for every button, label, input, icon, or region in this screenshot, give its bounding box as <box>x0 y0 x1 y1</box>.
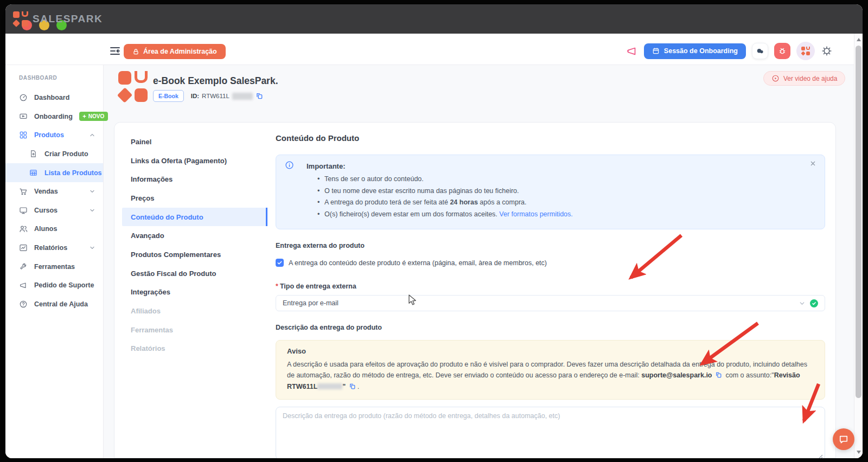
alert-bullet-list: Tens de ser o autor do conteúdo. O teu n… <box>317 175 803 219</box>
description-label: Descrição da entrega do produto <box>276 324 825 331</box>
chevron-down-icon <box>799 300 806 307</box>
formats-link[interactable]: Ver formatos permitidos. <box>499 210 572 218</box>
warning-title: Aviso <box>287 347 814 355</box>
salespark-logo-icon <box>13 11 28 27</box>
alert-bullet: A entrega do produto terá de ser feita a… <box>317 198 803 207</box>
content-card: Painel Links da Oferta (Pagamento) Infor… <box>114 122 836 458</box>
alert-title: Importante: <box>307 162 803 170</box>
user-avatar[interactable] <box>796 42 815 60</box>
product-nav-conteudo-do-produto[interactable]: Conteúdo do Produto <box>122 208 267 227</box>
redacted-id-segment <box>232 93 253 100</box>
scroll-up-arrow[interactable] <box>857 38 861 41</box>
grid-icon <box>19 131 28 139</box>
chevron-down-icon <box>89 245 95 251</box>
announcements-icon[interactable] <box>626 45 638 57</box>
alert-bullet: Tens de ser o autor do conteúdo. <box>317 175 803 183</box>
bug-icon <box>778 47 787 55</box>
scrollbar-thumb[interactable] <box>856 46 861 398</box>
product-nav-painel[interactable]: Painel <box>122 132 267 151</box>
settings-gear-icon[interactable] <box>821 45 833 57</box>
sidebar-item-onboarding[interactable]: Onboarding NOVO <box>5 107 103 126</box>
product-title: e-Book Exemplo SalesPark. <box>153 75 278 87</box>
sidebar-item-vendas[interactable]: Vendas <box>5 182 103 201</box>
close-icon[interactable] <box>809 159 817 167</box>
scroll-down-arrow[interactable] <box>857 451 861 454</box>
warning-text: A descrição é usada para efeitos de apro… <box>287 359 814 392</box>
product-nav-gestao-fiscal[interactable]: Gestão Fiscal do Produto <box>122 264 267 283</box>
sidebar-item-cursos[interactable]: Cursos <box>5 201 103 220</box>
support-email: suporte@salespark.io <box>641 371 712 379</box>
sparkle-icon <box>82 114 87 119</box>
required-asterisk: * <box>276 283 278 290</box>
product-nav-relatorios: Relatórios <box>122 339 267 358</box>
students-icon <box>19 224 28 233</box>
sidebar-item-central-de-ajuda[interactable]: Central de Ajuda <box>5 295 103 314</box>
sidebar-item-alunos[interactable]: Alunos <box>5 220 103 239</box>
monitor-icon <box>19 206 28 215</box>
lock-icon <box>132 48 139 55</box>
product-nav-afiliados: Afiliados <box>122 301 267 320</box>
table-icon <box>29 169 38 177</box>
sidebar-item-ferramentas[interactable]: Ferramentas <box>5 257 103 276</box>
copy-icon[interactable] <box>349 383 356 390</box>
app-window: SALESPARK Área de Administração Sessão <box>5 4 863 458</box>
megaphone-icon <box>19 281 28 290</box>
sidebar-item-criar-produto[interactable]: Criar Produto <box>5 145 103 164</box>
scrollbar[interactable] <box>854 34 863 458</box>
redacted-subject-segment <box>317 383 342 389</box>
delivery-type-label: *Tipo de entrega externa <box>276 283 825 290</box>
chevron-down-icon <box>89 207 95 214</box>
external-delivery-checkbox-row[interactable]: A entrega do conteúdo deste produto é ex… <box>276 259 825 267</box>
product-nav-ferramentas: Ferramentas <box>122 320 267 339</box>
onboarding-session-button[interactable]: Sessão de Onboarding <box>644 43 746 59</box>
copy-icon[interactable] <box>715 371 723 379</box>
window-titlebar <box>5 4 863 34</box>
chat-widget-button[interactable] <box>833 428 854 450</box>
sidebar-section-label: DASHBOARD <box>5 75 103 88</box>
calendar-icon <box>652 47 660 55</box>
product-nav-avancado[interactable]: Avançado <box>122 226 267 245</box>
product-nav-integracoes[interactable]: Integrações <box>122 283 267 302</box>
sidebar-item-pedido-de-suporte[interactable]: Pedido de Suporte <box>5 276 103 295</box>
checkbox-checked[interactable] <box>276 259 284 267</box>
sidebar-item-relatorios[interactable]: Relatórios <box>5 239 103 258</box>
sidebar-item-dashboard[interactable]: Dashboard <box>5 88 103 107</box>
play-circle-icon <box>771 74 780 82</box>
presentation-icon <box>19 112 28 121</box>
help-video-button[interactable]: Ver video de ajuda <box>763 71 845 86</box>
product-nav: Painel Links da Oferta (Pagamento) Infor… <box>122 132 267 358</box>
sidebar-item-lista-de-produtos[interactable]: Lista de Produtos <box>5 163 103 182</box>
chevron-up-icon <box>89 132 95 138</box>
product-content-form: Conteúdo do Produto Importante: Tens de … <box>276 133 825 458</box>
delivery-type-select[interactable]: Entrega por e-mail <box>276 295 825 311</box>
sidebar: DASHBOARD Dashboard Onboarding NOVO Prod… <box>5 65 104 458</box>
select-value: Entrega por e-mail <box>283 299 339 307</box>
product-logo-image <box>118 71 148 102</box>
admin-area-button[interactable]: Área de Administração <box>124 44 226 59</box>
wrench-icon <box>19 262 28 271</box>
external-delivery-label: Entrega externa do produto <box>276 242 825 249</box>
chevron-down-icon <box>89 188 95 195</box>
report-bug-button[interactable] <box>774 43 790 59</box>
file-plus-icon <box>29 150 38 158</box>
sidebar-collapse-icon[interactable] <box>108 44 122 57</box>
clouds-icon <box>755 46 765 56</box>
avatar-logo-icon <box>801 47 810 56</box>
product-nav-precos[interactable]: Preços <box>122 189 267 208</box>
chat-bubble-icon <box>838 434 849 445</box>
valid-check-icon <box>810 299 818 307</box>
sidebar-item-produtos[interactable]: Produtos <box>5 126 103 145</box>
salespark-logo: SALESPARK <box>13 11 103 27</box>
copy-icon[interactable] <box>256 92 263 100</box>
product-nav-produtos-complementares[interactable]: Produtos Complementares <box>122 245 267 264</box>
theme-toggle-button[interactable] <box>752 43 768 59</box>
delivery-description-textarea[interactable] <box>276 407 825 458</box>
cart-icon <box>19 187 28 196</box>
product-nav-informacoes[interactable]: Informações <box>122 170 267 189</box>
product-nav-links-da-oferta[interactable]: Links da Oferta (Pagamento) <box>122 151 267 170</box>
description-warning-box: Aviso A descrição é usada para efeitos d… <box>276 340 825 400</box>
product-type-badge: E-Book <box>153 90 184 102</box>
chart-icon <box>19 243 28 252</box>
alert-bullet: O(s) ficheiro(s) devem estar em um dos f… <box>317 210 803 219</box>
novo-badge: NOVO <box>79 112 108 121</box>
